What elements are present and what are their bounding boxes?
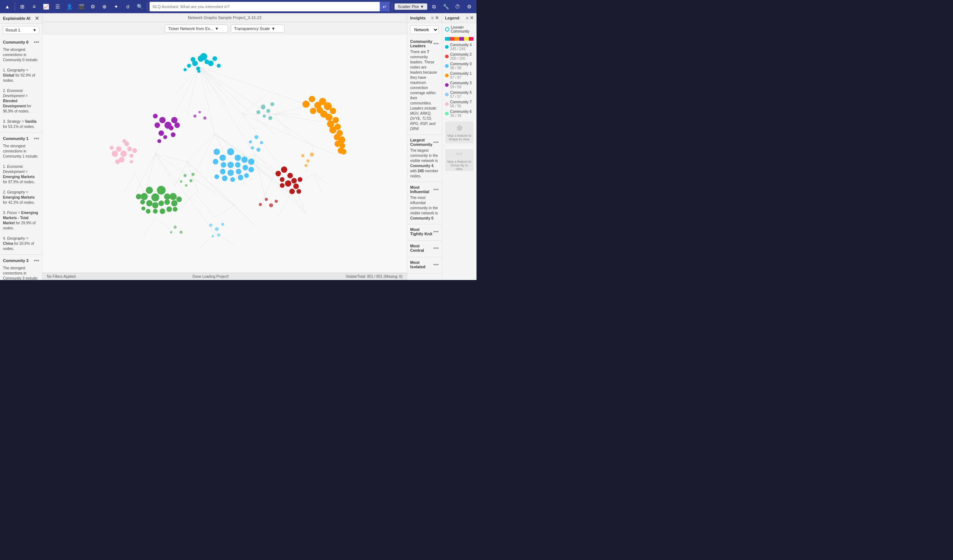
svg-point-131 [228, 170, 234, 176]
svg-point-135 [248, 167, 254, 172]
legend-close-button[interactable]: ✕ [470, 16, 473, 20]
insights-close-button[interactable]: ✕ [435, 16, 439, 20]
most-tightly-knit-menu[interactable]: ••• [433, 229, 439, 234]
svg-line-41 [143, 217, 155, 237]
network-dropdown-container: Network [410, 25, 439, 34]
community-1-menu[interactable]: ••• [34, 136, 39, 141]
community-1-text: The strongest connections in Community 1… [3, 144, 39, 251]
svg-line-6 [187, 67, 199, 114]
legend-community-5[interactable]: Community 557 / 57 [442, 90, 476, 99]
insights-title: Insights [410, 16, 425, 20]
svg-point-102 [146, 186, 153, 194]
svg-point-95 [153, 113, 158, 118]
most-central-menu[interactable]: ••• [433, 245, 439, 251]
legend-community-1[interactable]: Community 197 / 97 [442, 71, 476, 80]
community-7-dot [445, 102, 449, 106]
svg-point-110 [170, 193, 177, 200]
svg-line-53 [278, 194, 290, 217]
community-leaders-card: Community Leaders ••• There are 7 commun… [407, 36, 442, 135]
insights-menu-icon[interactable]: ≡ [431, 16, 434, 20]
svg-point-187 [184, 174, 187, 177]
network-select[interactable]: Network [410, 25, 439, 34]
svg-point-165 [329, 126, 337, 133]
color-seg-purple [459, 37, 464, 41]
scatter-plot-button[interactable]: Scatter Plot ▼ [394, 3, 427, 10]
community-3-label: Community 359 / 59 [450, 81, 472, 89]
svg-point-185 [251, 146, 254, 149]
grid-icon[interactable]: ⊞ [17, 2, 28, 12]
svg-point-72 [208, 60, 214, 66]
chart-icon[interactable]: 📈 [41, 2, 51, 12]
star-icon[interactable]: ✦ [111, 2, 121, 12]
list-icon[interactable]: ≡ [29, 2, 39, 12]
legend-community-4[interactable]: Community 4245 / 245 [442, 42, 476, 52]
network-graph-svg [42, 35, 407, 273]
ticker-dropdown-icon: ▼ [215, 26, 219, 31]
svg-point-200 [209, 223, 213, 227]
svg-point-134 [248, 158, 255, 164]
svg-point-178 [268, 116, 272, 120]
legend-community-3[interactable]: Community 359 / 59 [442, 80, 476, 90]
svg-line-14 [187, 134, 215, 161]
most-tightly-knit-header: Most Tightly Knit ••• [410, 227, 439, 236]
explainable-ai-header: Explainable AI ✕ [0, 13, 42, 24]
search-icon[interactable]: 🔍 [135, 2, 145, 12]
community-1-title: Community 1 ••• [3, 136, 39, 141]
svg-line-26 [314, 146, 334, 154]
svg-point-183 [255, 135, 258, 139]
share-icon[interactable]: ⧉ [429, 2, 439, 12]
community-leaders-menu[interactable]: ••• [433, 41, 439, 47]
largest-community-menu[interactable]: ••• [433, 139, 439, 145]
nlq-search-input[interactable] [149, 2, 380, 11]
search-submit-button[interactable]: ↵ [380, 2, 390, 11]
most-influential-menu[interactable]: ••• [433, 186, 439, 192]
community-3-menu[interactable]: ••• [34, 258, 39, 264]
result-dropdown[interactable]: Result 1 ▼ [3, 26, 39, 34]
legend-community-2[interactable]: Community 2200 / 200 [442, 52, 476, 61]
menu-icon[interactable]: ☰ [53, 2, 63, 12]
transparency-scale-dropdown[interactable]: Transparency Scale ▼ [231, 25, 284, 33]
legend-community-7[interactable]: Community 756 / 56 [442, 99, 476, 109]
history-icon[interactable]: ⏱ [452, 2, 463, 12]
svg-line-28 [255, 154, 274, 174]
svg-line-12 [155, 154, 187, 162]
settings-icon[interactable]: ⚙ [88, 2, 98, 12]
svg-point-145 [292, 178, 297, 183]
svg-point-114 [136, 194, 141, 199]
transparency-dropdown-icon: ▼ [271, 26, 275, 31]
legend-header-icons: ≡ ✕ [466, 16, 473, 20]
community-0-menu[interactable]: ••• [34, 39, 39, 45]
svg-point-106 [152, 202, 158, 208]
color-seg-yellow [464, 37, 469, 41]
legend-community-0[interactable]: Community 098 / 98 [442, 61, 476, 71]
svg-point-194 [259, 203, 262, 206]
svg-point-192 [265, 198, 268, 201]
legend-menu-icon[interactable]: ≡ [466, 16, 469, 20]
legend-title: Legend [445, 16, 459, 20]
svg-point-124 [234, 155, 241, 161]
ticker-network-dropdown[interactable]: Ticker Network from Ex... ▼ [165, 25, 228, 33]
svg-point-122 [227, 148, 234, 155]
svg-line-2 [199, 67, 243, 114]
person-icon[interactable]: 👤 [64, 2, 75, 12]
svg-point-207 [170, 231, 172, 233]
gear-icon[interactable]: ⚙ [464, 2, 474, 12]
svg-line-19 [243, 94, 267, 114]
community-5-dot [445, 93, 449, 96]
largest-community-title: Largest Community [410, 138, 433, 147]
legend-community-6[interactable]: Community 639 / 39 [442, 109, 476, 118]
svg-line-3 [199, 67, 255, 154]
explainable-ai-close-button[interactable]: ✕ [35, 16, 39, 21]
community-6-dot [445, 112, 449, 115]
community-scroll[interactable]: Community 0 ••• The strongest connection… [0, 36, 42, 280]
logo-icon[interactable]: ▲ [2, 2, 12, 12]
plus-icon[interactable]: ⊕ [99, 2, 110, 12]
filter-icon[interactable]: 🔧 [441, 2, 451, 12]
sigma-icon[interactable]: σ [123, 2, 133, 12]
network-canvas[interactable] [42, 35, 407, 273]
most-isolated-menu[interactable]: ••• [433, 262, 439, 268]
svg-point-101 [151, 194, 160, 202]
louvain-circle-icon [445, 27, 449, 31]
film-icon[interactable]: 🎬 [76, 2, 86, 12]
insights-header: Insights ≡ ✕ [407, 13, 442, 23]
